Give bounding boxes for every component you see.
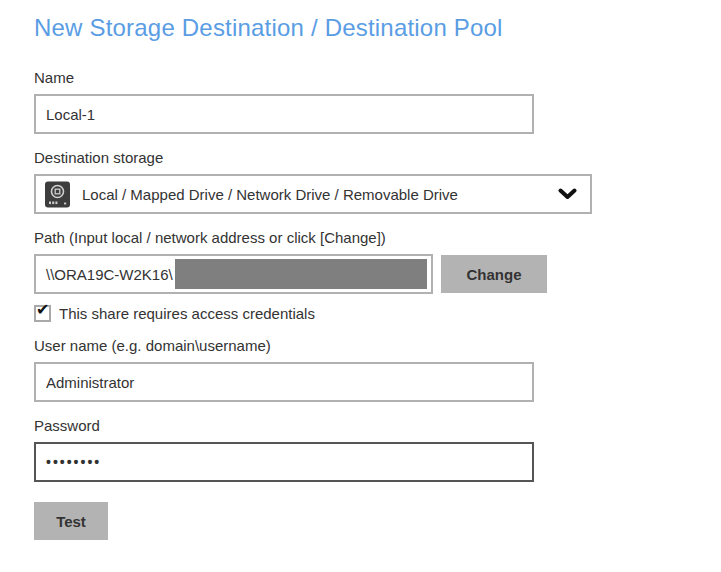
path-label: Path (Input local / network address or c… (34, 228, 721, 247)
page-title: New Storage Destination / Destination Po… (34, 14, 721, 42)
access-credentials-label: This share requires access credentials (59, 305, 315, 322)
destination-storage-dropdown[interactable]: Local / Mapped Drive / Network Drive / R… (34, 174, 592, 214)
access-credentials-checkbox[interactable]: ✔ (34, 305, 51, 322)
password-input[interactable] (34, 442, 534, 482)
name-input[interactable] (34, 94, 534, 134)
path-input[interactable]: \\ORA19C-W2K16\ (34, 254, 433, 294)
change-button[interactable]: Change (441, 255, 547, 293)
destination-storage-label: Destination storage (34, 148, 721, 167)
checkmark-icon: ✔ (36, 301, 49, 318)
test-button[interactable]: Test (34, 502, 108, 540)
username-label: User name (e.g. domain\username) (34, 336, 721, 355)
path-value: \\ORA19C-W2K16\ (46, 266, 173, 283)
name-label: Name (34, 68, 721, 87)
access-credentials-row[interactable]: ✔ This share requires access credentials (34, 305, 721, 322)
redaction-block (175, 259, 427, 289)
storage-destination-form: New Storage Destination / Destination Po… (0, 0, 721, 540)
password-label: Password (34, 416, 721, 435)
path-row: \\ORA19C-W2K16\ Change (34, 254, 721, 294)
local-drive-icon (44, 181, 71, 208)
chevron-down-icon (558, 188, 577, 200)
username-input[interactable] (34, 362, 534, 402)
destination-storage-selected: Local / Mapped Drive / Network Drive / R… (82, 186, 550, 203)
